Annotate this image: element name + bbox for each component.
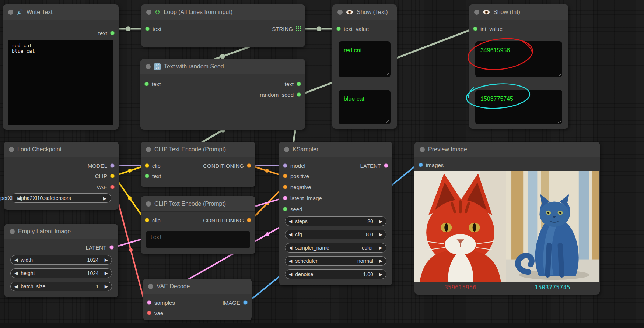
prompt-text-area[interactable]: text	[146, 231, 250, 248]
input-slot-clip[interactable]	[145, 163, 149, 168]
collapse-dot[interactable]	[146, 10, 151, 15]
collapse-dot[interactable]	[146, 64, 151, 69]
output-slot-latent[interactable]	[384, 163, 388, 168]
decrement-arrow[interactable]: ◀	[289, 272, 292, 277]
collapse-dot[interactable]	[8, 10, 13, 15]
output-slot-image[interactable]	[243, 300, 248, 305]
node-title-bar[interactable]: Preview Image	[414, 142, 600, 157]
node-loop-all-lines[interactable]: ♻ Loop (All Lines from input) text STRIN…	[141, 4, 305, 47]
input-slot-text[interactable]	[145, 27, 150, 31]
prev-ckpt-arrow[interactable]: ◀	[17, 196, 21, 201]
decrement-arrow[interactable]: ◀	[289, 232, 292, 237]
resize-grip[interactable]	[557, 119, 561, 123]
input-slot-int-value[interactable]	[473, 27, 477, 31]
resize-grip[interactable]	[385, 72, 389, 76]
widget-width[interactable]: ◀ width 1024 ▶	[10, 255, 112, 265]
node-preview-image[interactable]: Preview Image images	[414, 142, 600, 295]
node-title-bar[interactable]: VAE Decode	[143, 279, 252, 294]
next-ckpt-arrow[interactable]: ▶	[103, 196, 106, 201]
input-slot-images[interactable]	[419, 163, 423, 167]
text-output-box-1[interactable]: red cat	[339, 41, 391, 77]
decrement-arrow[interactable]: ◀	[14, 257, 18, 262]
input-slot-vae[interactable]	[147, 311, 151, 315]
increment-arrow[interactable]: ▶	[105, 284, 108, 289]
node-show-text[interactable]: Show (Text) text_value red cat blue cat	[332, 4, 397, 129]
grid-output-icon[interactable]	[296, 26, 301, 31]
widget-cfg[interactable]: ◀ cfg 8.0 ▶	[285, 230, 386, 239]
node-title-bar[interactable]: ♻ Loop (All Lines from input)	[141, 4, 305, 20]
widget-sampler-name[interactable]: ◀ sampler_name euler ▶	[285, 243, 386, 253]
decrement-arrow[interactable]: ◀	[14, 284, 18, 289]
int-output-box-2[interactable]: 1503775745	[475, 90, 562, 124]
node-title-bar[interactable]: 1234 Text with random Seed	[140, 59, 305, 74]
increment-arrow[interactable]: ▶	[379, 232, 382, 237]
node-text-with-random-seed[interactable]: 1234 Text with random Seed text text ran…	[140, 59, 305, 130]
collapse-dot[interactable]	[337, 10, 343, 15]
output-slot-text[interactable]	[297, 82, 301, 86]
node-write-text[interactable]: Write Text text red cat blue cat	[3, 4, 119, 130]
collapse-dot[interactable]	[474, 10, 479, 15]
widget-steps[interactable]: ◀ steps 20 ▶	[285, 216, 386, 226]
collapse-dot[interactable]	[10, 229, 15, 234]
node-title-bar[interactable]: Show (Text)	[332, 4, 397, 20]
increment-arrow[interactable]: ▶	[105, 271, 108, 276]
collapse-dot[interactable]	[146, 201, 151, 207]
node-graph-canvas[interactable]: Write Text text red cat blue cat ♻ Loop …	[0, 0, 644, 328]
node-load-checkpoint[interactable]: Load Checkpoint MODEL CLIP VAE perXL_alp…	[4, 142, 119, 210]
input-slot-text[interactable]	[145, 174, 149, 178]
node-title-bar[interactable]: CLIP Text Encode (Prompt)	[141, 142, 255, 157]
node-title-bar[interactable]: Show (Int)	[469, 4, 568, 20]
widget-scheduler[interactable]: ◀ scheduler normal ▶	[285, 256, 386, 266]
input-slot-seed[interactable]	[283, 207, 287, 211]
input-slot-positive[interactable]	[283, 174, 287, 178]
collapse-dot[interactable]	[420, 147, 425, 152]
increment-arrow[interactable]: ▶	[105, 257, 108, 262]
node-title-bar[interactable]: Empty Latent Image	[4, 224, 118, 239]
next-arrow[interactable]: ▶	[379, 245, 382, 250]
resize-grip[interactable]	[385, 119, 389, 123]
increment-arrow[interactable]: ▶	[379, 272, 382, 277]
node-clip-text-encode-negative[interactable]: CLIP Text Encode (Prompt) clip CONDITION…	[141, 196, 255, 254]
input-slot-samples[interactable]	[147, 300, 151, 305]
input-slot-latent-image[interactable]	[283, 196, 287, 200]
prev-arrow[interactable]: ◀	[289, 245, 292, 250]
next-arrow[interactable]: ▶	[379, 258, 382, 264]
node-title-bar[interactable]: KSampler	[279, 142, 392, 157]
node-title-bar[interactable]: Load Checkpoint	[4, 142, 119, 157]
widget-ckpt-name[interactable]: perXL_alpha2Xl10.safetensors ◀ ▶	[11, 193, 111, 203]
output-slot-conditioning[interactable]	[247, 218, 251, 222]
prev-arrow[interactable]: ◀	[289, 258, 292, 264]
input-slot-text-value[interactable]	[336, 27, 341, 31]
node-ksampler[interactable]: KSampler model LATENT positive negative …	[279, 142, 392, 285]
node-empty-latent-image[interactable]: Empty Latent Image LATENT ◀ width 1024 ▶…	[4, 224, 118, 297]
node-title-bar[interactable]: CLIP Text Encode (Prompt)	[141, 196, 255, 212]
output-slot-vae[interactable]	[110, 185, 115, 189]
output-slot-latent[interactable]	[109, 245, 114, 250]
output-slot-clip[interactable]	[110, 174, 115, 178]
input-slot-clip[interactable]	[145, 218, 149, 222]
decrement-arrow[interactable]: ◀	[14, 271, 18, 276]
node-title-bar[interactable]: Write Text	[3, 4, 119, 20]
input-slot-text[interactable]	[144, 82, 149, 86]
resize-grip[interactable]	[557, 72, 561, 76]
input-slot-negative[interactable]	[283, 185, 287, 189]
collapse-dot[interactable]	[9, 147, 14, 152]
widget-height[interactable]: ◀ height 1024 ▶	[10, 268, 112, 278]
node-show-int[interactable]: Show (Int) int_value 349615956 150377574…	[469, 4, 568, 129]
input-slot-model[interactable]	[283, 163, 287, 168]
node-clip-text-encode-positive[interactable]: CLIP Text Encode (Prompt) clip CONDITION…	[141, 142, 255, 187]
node-vae-decode[interactable]: VAE Decode samples IMAGE vae	[143, 279, 252, 320]
collapse-dot[interactable]	[146, 147, 151, 152]
output-slot-random-seed[interactable]	[297, 92, 301, 97]
decrement-arrow[interactable]: ◀	[289, 219, 292, 224]
collapse-dot[interactable]	[284, 147, 289, 152]
output-slot-conditioning[interactable]	[247, 163, 251, 168]
text-input-area[interactable]: red cat blue cat	[8, 40, 113, 125]
int-output-box-1[interactable]: 349615956	[475, 41, 562, 77]
text-output-box-2[interactable]: blue cat	[339, 90, 391, 124]
increment-arrow[interactable]: ▶	[379, 219, 382, 224]
widget-denoise[interactable]: ◀ denoise 1.00 ▶	[285, 269, 386, 279]
output-slot-model[interactable]	[110, 163, 115, 168]
collapse-dot[interactable]	[148, 284, 153, 289]
output-slot-text[interactable]	[110, 31, 115, 35]
